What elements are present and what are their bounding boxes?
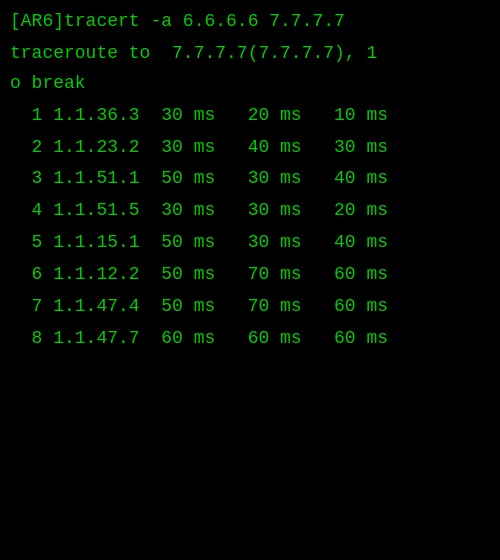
hop-row-8: 8 1.1.47.7 60 ms 60 ms 60 ms [10, 323, 490, 355]
hop-row-6: 6 1.1.12.2 50 ms 70 ms 60 ms [10, 259, 490, 291]
hops-container: 1 1.1.36.3 30 ms 20 ms 10 ms 2 1.1.23.2 … [10, 100, 490, 355]
hop-row-1: 1 1.1.36.3 30 ms 20 ms 10 ms [10, 100, 490, 132]
command-line: [AR6]tracert -a 6.6.6.6 7.7.7.7 [10, 8, 490, 36]
terminal-window: [AR6]tracert -a 6.6.6.6 7.7.7.7 tracerou… [0, 0, 500, 560]
hop-row-5: 5 1.1.15.1 50 ms 30 ms 40 ms [10, 227, 490, 259]
hop-row-2: 2 1.1.23.2 30 ms 40 ms 30 ms [10, 132, 490, 164]
hop-row-7: 7 1.1.47.4 50 ms 70 ms 60 ms [10, 291, 490, 323]
hop-row-3: 3 1.1.51.1 50 ms 30 ms 40 ms [10, 163, 490, 195]
traceroute-header-1: traceroute to 7.7.7.7(7.7.7.7), 1 [10, 40, 490, 68]
hop-row-4: 4 1.1.51.5 30 ms 30 ms 20 ms [10, 195, 490, 227]
traceroute-header-2: o break [10, 70, 490, 98]
